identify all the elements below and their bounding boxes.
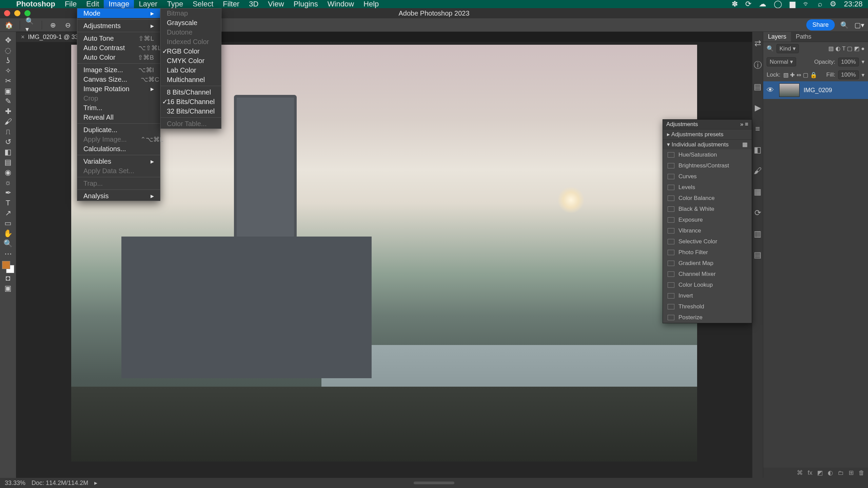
- eraser-tool[interactable]: ◧: [1, 147, 15, 157]
- menu-layer[interactable]: Layer: [134, 0, 162, 8]
- blend-mode-select[interactable]: Normal ▾: [767, 57, 796, 66]
- link-layers-icon[interactable]: ⌘: [797, 469, 803, 476]
- blur-tool[interactable]: ◉: [1, 167, 15, 178]
- zoom-in-icon[interactable]: ⊕: [47, 20, 58, 30]
- adjustments-presets-section[interactable]: ▸ Adjustments presets: [663, 129, 752, 139]
- path-tool[interactable]: ↗: [1, 208, 15, 218]
- properties-panel-icon[interactable]: ▤: [754, 82, 762, 92]
- eyedropper-tool[interactable]: ✎: [1, 96, 15, 106]
- tab-paths[interactable]: Paths: [791, 32, 816, 42]
- menu-select[interactable]: Select: [188, 0, 218, 8]
- move-tool[interactable]: ✥: [1, 35, 15, 45]
- gradient-tool[interactable]: ▤: [1, 157, 15, 167]
- sync-icon[interactable]: ⟳: [745, 0, 751, 8]
- cloud-icon[interactable]: ☁: [759, 0, 766, 8]
- info-panel-icon[interactable]: ⓘ: [754, 60, 762, 70]
- styles-panel-icon[interactable]: ▦: [754, 187, 762, 197]
- adjustment-black-white[interactable]: Black & White: [663, 204, 752, 215]
- menu-filter[interactable]: Filter: [218, 0, 244, 8]
- adjustment-hue-saturation[interactable]: Hue/Saturation: [663, 149, 752, 160]
- opacity-arrow[interactable]: ▾: [862, 58, 865, 65]
- channels-panel-icon[interactable]: ▤: [754, 250, 762, 260]
- history-panel-icon[interactable]: ▶: [755, 103, 761, 113]
- dodge-tool[interactable]: ☼: [1, 178, 15, 188]
- menu-trim[interactable]: Trim...: [77, 103, 160, 113]
- history-brush-tool[interactable]: ↺: [1, 137, 15, 147]
- menu-auto-contrast[interactable]: Auto Contrast⌥⇧⌘L: [77, 43, 160, 53]
- layer-name[interactable]: IMG_0209: [804, 87, 832, 94]
- opacity-field[interactable]: 100%: [838, 58, 859, 66]
- menu-analysis[interactable]: Analysis▸: [77, 191, 160, 201]
- menu-image-rotation[interactable]: Image Rotation▸: [77, 84, 160, 94]
- adjustment-threshold[interactable]: Threshold: [663, 301, 752, 312]
- new-group-icon[interactable]: 🗀: [838, 469, 844, 476]
- adjustment-posterize[interactable]: Posterize: [663, 312, 752, 323]
- fill-arrow[interactable]: ▾: [862, 72, 865, 79]
- adjustment-brightness-contrast[interactable]: Brightness/Contrast: [663, 160, 752, 171]
- mode-rgb[interactable]: ✓RGB Color: [161, 46, 221, 56]
- type-tool[interactable]: T: [1, 198, 15, 208]
- layer-mask-icon[interactable]: ◩: [817, 469, 823, 476]
- adjustment-photo-filter[interactable]: Photo Filter: [663, 247, 752, 258]
- menu-file[interactable]: File: [60, 0, 81, 8]
- individual-adjustments-section[interactable]: ▾ Individual adjustments ▦: [663, 139, 752, 149]
- circle-icon[interactable]: ◯: [774, 0, 782, 8]
- close-tab-icon[interactable]: ×: [21, 34, 25, 41]
- adjustments-header[interactable]: Adjustments » ≡: [663, 120, 752, 129]
- menu-edit[interactable]: Edit: [81, 0, 104, 8]
- status-icon[interactable]: ✽: [732, 0, 738, 8]
- marquee-tool[interactable]: ◌: [1, 45, 15, 56]
- brushes-panel-icon[interactable]: 🖌: [754, 166, 762, 176]
- search-icon[interactable]: ⌕: [818, 0, 822, 8]
- workspace-icon[interactable]: ▢▾: [854, 20, 865, 30]
- adjustment-gradient-map[interactable]: Gradient Map: [663, 258, 752, 269]
- adjustment-levels[interactable]: Levels: [663, 182, 752, 193]
- zoom-out-icon[interactable]: ⊖: [62, 20, 73, 30]
- zoom-tool-icon[interactable]: 🔍▾: [25, 20, 36, 30]
- edit-toolbar[interactable]: ⋯: [1, 249, 15, 259]
- layer-kind-select[interactable]: Kind ▾: [776, 44, 799, 53]
- adjustment-invert[interactable]: Invert: [663, 290, 752, 301]
- minimize-window[interactable]: [14, 10, 20, 16]
- adjustment-color-lookup[interactable]: Color Lookup: [663, 280, 752, 290]
- menu-adjustments[interactable]: Adjustments▸: [77, 21, 160, 30]
- status-doc[interactable]: Doc: 114.2M/114.2M: [32, 480, 88, 487]
- status-zoom[interactable]: 33.33%: [5, 480, 25, 487]
- layers-list[interactable]: 👁 IMG_0209: [763, 81, 868, 468]
- menu-image-size[interactable]: Image Size...⌥⌘I: [77, 65, 160, 75]
- mode-8bit[interactable]: 8 Bits/Channel: [161, 87, 221, 97]
- visibility-icon[interactable]: 👁: [767, 86, 774, 95]
- adjustment-exposure[interactable]: Exposure: [663, 215, 752, 225]
- hand-tool[interactable]: ✋: [1, 228, 15, 239]
- delete-layer-icon[interactable]: 🗑: [859, 469, 865, 476]
- menu-app[interactable]: Photoshop: [12, 0, 60, 8]
- menu-type[interactable]: Type: [162, 0, 188, 8]
- frame-tool[interactable]: ▣: [1, 86, 15, 96]
- fill-field[interactable]: 100%: [838, 70, 859, 79]
- layer-style-icon[interactable]: fx: [808, 469, 812, 476]
- menu-help[interactable]: Help: [359, 0, 383, 8]
- swatches-panel-icon[interactable]: ◧: [754, 145, 762, 155]
- libraries-panel-icon[interactable]: ≡: [755, 124, 760, 134]
- lasso-tool[interactable]: ʖ: [1, 56, 15, 66]
- status-arrow-icon[interactable]: ▸: [94, 479, 97, 487]
- crop-tool[interactable]: ✂: [1, 76, 15, 86]
- layer-thumbnail[interactable]: [779, 83, 800, 97]
- zoom-window[interactable]: [24, 10, 31, 16]
- adjustment-channel-mixer[interactable]: Channel Mixer: [663, 269, 752, 280]
- search-app-icon[interactable]: 🔍: [839, 20, 850, 30]
- wifi-icon[interactable]: ᯤ: [803, 0, 810, 8]
- adjustment-selective-color[interactable]: Selective Color: [663, 236, 752, 247]
- control-center-icon[interactable]: ⚙: [830, 0, 836, 8]
- quickmask-tool[interactable]: ◘: [1, 273, 15, 283]
- pen-tool[interactable]: ✒: [1, 188, 15, 198]
- tab-layers[interactable]: Layers: [763, 32, 791, 42]
- foreground-color[interactable]: [2, 261, 10, 269]
- menu-duplicate[interactable]: Duplicate...: [77, 125, 160, 135]
- menu-3d[interactable]: 3D: [244, 0, 263, 8]
- mode-lab[interactable]: Lab Color: [161, 65, 221, 75]
- color-swatches[interactable]: [2, 261, 14, 273]
- adjustment-color-balance[interactable]: Color Balance: [663, 193, 752, 204]
- zoom-tool[interactable]: 🔍: [1, 239, 15, 249]
- mode-grayscale[interactable]: Grayscale: [161, 18, 221, 27]
